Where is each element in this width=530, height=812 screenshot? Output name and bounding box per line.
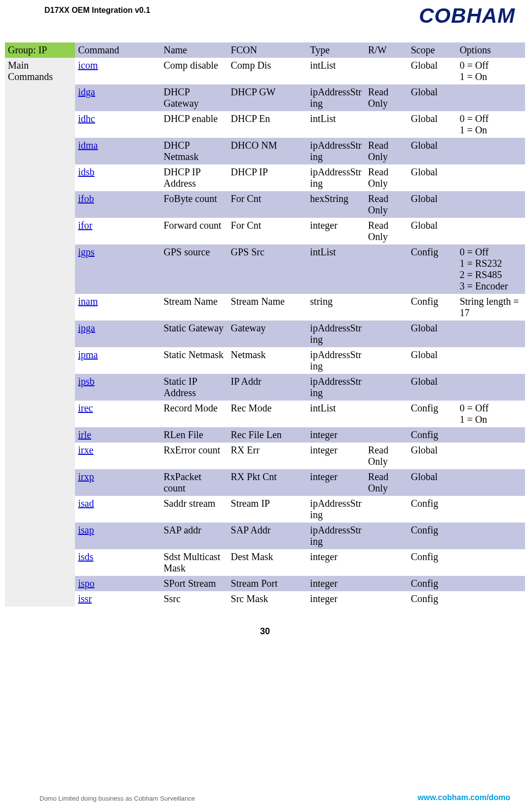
cell-options: 0 = Off1 = RS2322 = RS4853 = Encoder <box>456 244 525 294</box>
cell-rw <box>365 549 408 576</box>
header-options: Options <box>456 42 525 58</box>
cell-type: integer <box>307 576 365 591</box>
table-row: irxpRxPacket countRX Pkt CntintegerRead … <box>5 469 525 496</box>
cell-type: string <box>307 294 365 321</box>
cell-name: Forward count <box>160 218 227 244</box>
cell-command: idga <box>75 84 160 111</box>
cell-command: igps <box>75 244 160 294</box>
cell-type: intList <box>307 58 365 84</box>
command-link[interactable]: isad <box>78 498 94 509</box>
cell-rw: Read Only <box>365 138 408 164</box>
document-footer: Domo Limited doing business as Cobham Su… <box>0 793 530 802</box>
cell-options: 0 = Off1 = On <box>456 111 525 138</box>
cell-type: integer <box>307 218 365 244</box>
cell-scope: Config <box>408 294 456 321</box>
cell-type: integer <box>307 549 365 576</box>
command-link[interactable]: idhc <box>78 113 95 124</box>
cell-command: ipga <box>75 321 160 347</box>
command-link[interactable]: isap <box>78 525 94 535</box>
cell-rw <box>365 374 408 401</box>
cell-scope: Global <box>408 138 456 164</box>
command-link[interactable]: issr <box>78 593 92 604</box>
table-row: idmaDHCP NetmaskDHCO NMipAddressStringRe… <box>5 138 525 164</box>
document-header: D17XX OEM Integration v0.1 COBHAM <box>5 0 525 42</box>
table-row: igpsGPS sourceGPS SrcintListConfig0 = Of… <box>5 244 525 294</box>
cell-command: idsb <box>75 164 160 191</box>
cell-name: SAP addr <box>160 523 227 549</box>
cell-options <box>456 469 525 496</box>
footer-url: www.cobham.com/domo <box>417 793 510 802</box>
footer-company: Domo Limited doing business as Cobham Su… <box>39 795 195 802</box>
cell-type: intList <box>307 401 365 427</box>
cell-options <box>456 191 525 218</box>
cell-options <box>456 374 525 401</box>
cell-fcon: Rec Mode <box>228 401 307 427</box>
table-row: ispoSPort StreamStream PortintegerConfig <box>5 576 525 591</box>
header-fcon: FCON <box>228 42 307 58</box>
cell-options <box>456 84 525 111</box>
command-link[interactable]: icom <box>78 60 98 71</box>
cell-scope: Global <box>408 84 456 111</box>
cell-fcon: For Cnt <box>228 191 307 218</box>
cell-name: DHCP enable <box>160 111 227 138</box>
command-link[interactable]: irle <box>78 429 91 440</box>
command-link[interactable]: ifob <box>78 193 94 204</box>
cell-fcon: RX Err <box>228 443 307 469</box>
cell-scope: Global <box>408 58 456 84</box>
cell-options <box>456 523 525 549</box>
command-link[interactable]: irec <box>78 403 93 413</box>
command-link[interactable]: irxp <box>78 471 94 482</box>
command-link[interactable]: igps <box>78 246 94 257</box>
command-link[interactable]: idsb <box>78 166 94 177</box>
command-link[interactable]: ifor <box>78 220 92 231</box>
cell-fcon: DHCP En <box>228 111 307 138</box>
command-link[interactable]: idga <box>78 86 95 97</box>
cell-name: Ssrc <box>160 591 227 607</box>
table-row: Main CommandsicomComp disableComp Disint… <box>5 58 525 84</box>
cell-scope: Global <box>408 191 456 218</box>
table-row: idgaDHCP GatewayDHCP GWipAddressStringRe… <box>5 84 525 111</box>
cell-command: issr <box>75 591 160 607</box>
cell-scope: Global <box>408 321 456 347</box>
command-link[interactable]: irxe <box>78 445 93 455</box>
cell-name: Static IP Address <box>160 374 227 401</box>
cell-options <box>456 347 525 374</box>
cell-fcon: GPS Src <box>228 244 307 294</box>
cell-name: Static Netmask <box>160 347 227 374</box>
header-rw: R/W <box>365 42 408 58</box>
table-row: iforForward countFor CntintegerRead Only… <box>5 218 525 244</box>
table-row: idhcDHCP enableDHCP EnintListGlobal0 = O… <box>5 111 525 138</box>
cell-options: String length = 17 <box>456 294 525 321</box>
cell-command: irxe <box>75 443 160 469</box>
cell-command: isap <box>75 523 160 549</box>
cell-scope: Global <box>408 443 456 469</box>
cell-name: SPort Stream <box>160 576 227 591</box>
page-number: 30 <box>5 626 525 637</box>
cell-scope: Global <box>408 111 456 138</box>
header-command: Command <box>75 42 160 58</box>
cell-type: ipAddressString <box>307 138 365 164</box>
header-type: Type <box>307 42 365 58</box>
command-link[interactable]: isds <box>78 551 93 562</box>
cell-fcon: Stream Name <box>228 294 307 321</box>
table-row: ipmaStatic NetmaskNetmaskipAddressString… <box>5 347 525 374</box>
cell-rw <box>365 496 408 523</box>
command-link[interactable]: inam <box>78 296 98 307</box>
command-link[interactable]: ipga <box>78 323 95 333</box>
cell-name: Saddr stream <box>160 496 227 523</box>
header-group: Group: IP <box>5 42 75 58</box>
command-link[interactable]: ipsb <box>78 376 94 387</box>
cell-name: DHCP IP Address <box>160 164 227 191</box>
cell-fcon: For Cnt <box>228 218 307 244</box>
cell-rw: Read Only <box>365 191 408 218</box>
cell-options <box>456 576 525 591</box>
command-link[interactable]: idma <box>78 140 98 151</box>
cell-command: irxp <box>75 469 160 496</box>
cell-fcon: RX Pkt Cnt <box>228 469 307 496</box>
cell-options <box>456 138 525 164</box>
cell-rw <box>365 58 408 84</box>
cell-fcon: Rec File Len <box>228 427 307 443</box>
command-link[interactable]: ispo <box>78 578 94 589</box>
command-link[interactable]: ipma <box>78 349 98 360</box>
cell-rw: Read Only <box>365 443 408 469</box>
